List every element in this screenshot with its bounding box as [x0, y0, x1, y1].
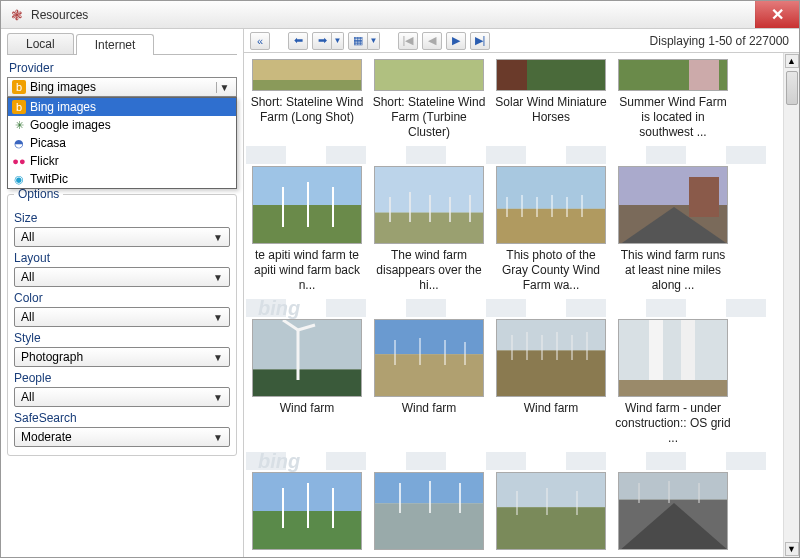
back-button[interactable]: ⬅ [288, 32, 308, 50]
next-page-button[interactable]: ▶ [446, 32, 466, 50]
people-label: People [14, 371, 230, 385]
titlebar: ❃ Resources ✕ [1, 1, 799, 29]
view-menu[interactable]: ▼ [368, 32, 380, 50]
svg-rect-12 [375, 167, 483, 213]
provider-option-picasa[interactable]: ◓ Picasa [8, 134, 236, 152]
view-button[interactable]: ▦ [348, 32, 368, 50]
caption: This wind farm runs at least nine miles … [614, 248, 732, 293]
thumbnail[interactable] [252, 319, 362, 397]
thumbnail[interactable] [618, 472, 728, 550]
thumbnail[interactable] [496, 319, 606, 397]
caption: The wind farm disappears over the hi... [370, 248, 488, 293]
thumbnail[interactable] [374, 472, 484, 550]
vertical-scrollbar[interactable]: ▲ ▼ [783, 53, 799, 557]
style-label: Style [14, 331, 230, 345]
scroll-down-button[interactable]: ▼ [785, 542, 799, 556]
provider-label: Provider [9, 61, 237, 75]
watermark-strip [246, 146, 781, 164]
thumbnail[interactable] [618, 166, 728, 244]
thumbnail[interactable] [618, 319, 728, 397]
forward-button[interactable]: ➡ [312, 32, 332, 50]
svg-rect-2 [375, 60, 483, 90]
provider-option-flickr[interactable]: ●● Flickr [8, 152, 236, 170]
svg-rect-30 [689, 177, 719, 217]
scroll-thumb[interactable] [786, 71, 798, 105]
svg-rect-4 [497, 60, 527, 90]
forward-menu[interactable]: ▼ [332, 32, 344, 50]
window-title: Resources [31, 8, 88, 22]
thumbnail[interactable] [252, 472, 362, 550]
tab-internet[interactable]: Internet [76, 34, 155, 55]
people-select[interactable]: All▼ [14, 387, 230, 407]
provider-selected: Bing images [30, 80, 96, 94]
close-button[interactable]: ✕ [755, 1, 799, 28]
results-panel: « ⬅ ➡ ▼ ▦ ▼ |◀ ◀ ▶ ▶| Displaying 1-50 of… [244, 29, 799, 557]
last-page-button[interactable]: ▶| [470, 32, 490, 50]
first-page-button[interactable]: |◀ [398, 32, 418, 50]
scroll-up-button[interactable]: ▲ [785, 54, 799, 68]
caption: Wind farm [370, 401, 488, 431]
thumbnail[interactable] [618, 59, 728, 91]
chevron-down-icon: ▼ [213, 272, 223, 283]
caption: Solar Wind Miniature Horses [492, 95, 610, 125]
thumbnail[interactable] [252, 59, 362, 91]
provider-option-bing[interactable]: b Bing images [8, 98, 236, 116]
chevron-down-icon: ▼ [213, 312, 223, 323]
caption: Short: Stateline Wind Farm (Turbine Clus… [370, 95, 488, 140]
bing-icon: b [12, 100, 26, 114]
svg-rect-6 [689, 60, 719, 90]
bing-icon: b [12, 80, 26, 94]
chevron-down-icon[interactable]: ▼ [216, 82, 232, 93]
flickr-icon: ●● [12, 154, 26, 168]
svg-rect-65 [497, 507, 605, 549]
safesearch-select[interactable]: Moderate▼ [14, 427, 230, 447]
provider-combo[interactable]: b Bing images ▼ b Bing images ✳ Google i… [7, 77, 237, 97]
size-select[interactable]: All▼ [14, 227, 230, 247]
thumbnail[interactable] [252, 166, 362, 244]
color-label: Color [14, 291, 230, 305]
svg-rect-36 [375, 320, 483, 354]
thumbnail[interactable] [496, 166, 606, 244]
color-select[interactable]: All▼ [14, 307, 230, 327]
caption: Wind farm - under construction:: OS grid… [614, 401, 732, 446]
google-icon: ✳ [12, 118, 26, 132]
scroll-track[interactable] [785, 69, 799, 541]
thumbnail[interactable] [374, 166, 484, 244]
layout-select[interactable]: All▼ [14, 267, 230, 287]
svg-rect-13 [375, 213, 483, 243]
app-icon: ❃ [9, 7, 25, 23]
provider-option-google[interactable]: ✳ Google images [8, 116, 236, 134]
options-group: Options Size All▼ Layout All▼ Color All▼… [7, 187, 237, 456]
layout-label: Layout [14, 251, 230, 265]
thumbnail[interactable] [496, 472, 606, 550]
thumbnail[interactable] [374, 319, 484, 397]
results-grid: Short: Stateline Wind Farm (Long Shot) S… [244, 53, 783, 557]
svg-rect-32 [253, 369, 361, 396]
prev-page-button[interactable]: ◀ [422, 32, 442, 50]
style-select[interactable]: Photograph▼ [14, 347, 230, 367]
watermark-strip: bing [246, 299, 781, 317]
svg-rect-20 [497, 209, 605, 243]
caption: Wind farm [492, 401, 610, 431]
chevron-down-icon: ▼ [213, 232, 223, 243]
svg-rect-1 [253, 80, 361, 90]
picasa-icon: ◓ [12, 136, 26, 150]
chevron-down-icon: ▼ [213, 352, 223, 363]
svg-rect-43 [497, 350, 605, 396]
svg-rect-59 [375, 473, 483, 503]
twitpic-icon: ◉ [12, 172, 26, 186]
provider-option-twitpic[interactable]: ◉ TwitPic [8, 170, 236, 188]
size-label: Size [14, 211, 230, 225]
provider-dropdown: b Bing images ✳ Google images ◓ Picasa ●… [7, 97, 237, 189]
safesearch-label: SafeSearch [14, 411, 230, 425]
rewind-button[interactable]: « [250, 32, 270, 50]
svg-rect-53 [619, 380, 727, 396]
source-tabs: Local Internet [7, 33, 237, 55]
thumbnail[interactable] [496, 59, 606, 91]
svg-rect-64 [497, 473, 605, 507]
tab-local[interactable]: Local [7, 33, 74, 54]
toolbar: « ⬅ ➡ ▼ ▦ ▼ |◀ ◀ ▶ ▶| Displaying 1-50 of… [244, 29, 799, 53]
svg-rect-69 [619, 473, 727, 500]
chevron-down-icon: ▼ [213, 432, 223, 443]
thumbnail[interactable] [374, 59, 484, 91]
